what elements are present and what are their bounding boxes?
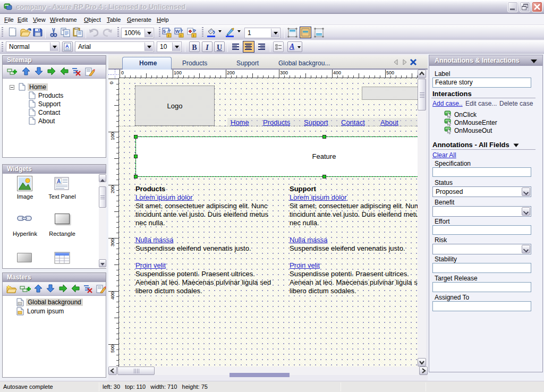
svg-text:!: ! — [181, 34, 182, 38]
svg-text:A: A — [57, 178, 61, 184]
svg-text:!: ! — [193, 34, 194, 38]
svg-text:A: A — [65, 44, 69, 49]
svg-text:!: ! — [168, 34, 169, 38]
svg-text:5: 5 — [163, 29, 166, 34]
